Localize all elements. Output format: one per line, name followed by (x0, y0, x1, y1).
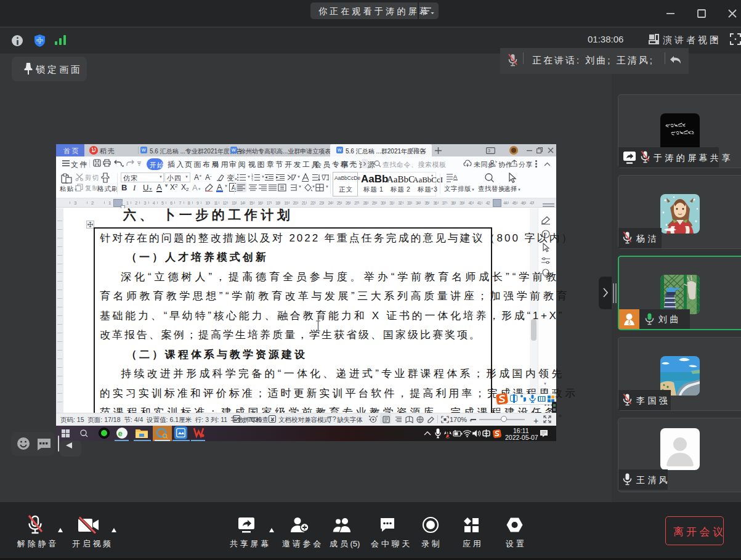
svg-text:3: 3 (251, 179, 253, 182)
svg-text:3: 3 (488, 148, 490, 153)
svg-text:A: A (453, 174, 457, 180)
